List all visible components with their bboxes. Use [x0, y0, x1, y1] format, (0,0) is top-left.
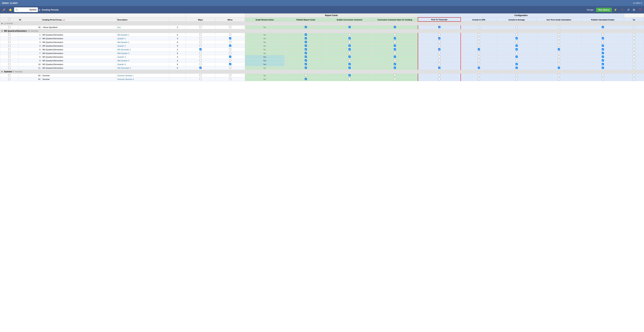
post-to-transcript-cell[interactable] — [418, 37, 461, 40]
major-cell[interactable] — [186, 59, 215, 62]
su-cell[interactable] — [624, 40, 644, 44]
description-link[interactable]: Summer Session I — [118, 75, 133, 77]
minor-cell[interactable] — [215, 40, 245, 44]
home-icon[interactable]: 🚀 — [1, 7, 7, 12]
publish-calculated-grades-cell[interactable] — [581, 59, 624, 62]
su-cell[interactable] — [624, 44, 644, 48]
su-cell[interactable] — [624, 55, 644, 59]
publish-calculated-grades-cell[interactable] — [581, 77, 624, 81]
design-button[interactable]: Design — [586, 8, 595, 12]
post-to-transcript-cell[interactable] — [418, 48, 461, 51]
group-row[interactable]: ▼ (1 record) — [0, 21, 644, 25]
major-cell[interactable] — [186, 77, 215, 81]
row-select-cell[interactable] — [0, 40, 18, 44]
include-in-gpa-cell[interactable] — [461, 77, 497, 81]
description-cell[interactable]: MS Semester 2 — [116, 66, 169, 70]
curriculum-comment-open-for-grading-cell[interactable] — [372, 48, 418, 51]
include-in-average-cell[interactable] — [497, 33, 536, 37]
use-term-grade-calculation-cell[interactable] — [536, 62, 581, 66]
include-in-gpa-cell[interactable] — [461, 48, 497, 51]
curriculum-comment-open-for-grading-cell[interactable] — [372, 77, 418, 81]
publish-report-cards-cell[interactable] — [284, 66, 327, 70]
su-cell[interactable] — [624, 37, 644, 40]
row-select-cell[interactable] — [0, 74, 18, 77]
run-query-button[interactable]: Run Query — [596, 8, 612, 12]
description-link[interactable]: Summer Session II — [118, 78, 134, 80]
minor-cell[interactable] — [215, 59, 245, 62]
description-link[interactable]: MS Semester 2 — [118, 67, 131, 69]
enable-curriculum-comment-cell[interactable] — [327, 62, 372, 66]
publish-calculated-grades-cell[interactable] — [581, 62, 624, 66]
minor-cell[interactable] — [215, 48, 245, 51]
publish-report-cards-cell[interactable] — [284, 44, 327, 48]
use-term-grade-calculation-cell[interactable] — [536, 66, 581, 70]
publish-report-cards-cell[interactable] — [284, 62, 327, 66]
description-cell[interactable]: Quarter 4 — [116, 62, 169, 66]
enable-curriculum-comment-cell[interactable] — [327, 59, 372, 62]
description-link[interactable]: MS Semester 1 — [118, 49, 131, 51]
description-link[interactable]: Mid Quarter 1 — [118, 34, 129, 36]
major-cell[interactable] — [186, 62, 215, 66]
enable-curriculum-comment-cell[interactable] — [327, 44, 372, 48]
major-cell[interactable] — [186, 25, 215, 29]
minor-cell[interactable] — [215, 33, 245, 37]
curriculum-comment-open-for-grading-cell[interactable] — [372, 59, 418, 62]
su-cell[interactable] — [624, 51, 644, 55]
row-select-cell[interactable] — [0, 33, 18, 37]
use-term-grade-calculation-cell[interactable] — [536, 48, 581, 51]
include-in-average-cell[interactable] — [497, 55, 536, 59]
publish-calculated-grades-cell[interactable] — [581, 74, 624, 77]
enable-curriculum-comment-cell[interactable] — [327, 74, 372, 77]
enable-curriculum-comment-cell[interactable] — [327, 77, 372, 81]
post-to-transcript-cell[interactable] — [418, 62, 461, 66]
post-to-transcript-cell[interactable] — [418, 33, 461, 37]
enable-curriculum-comment-cell[interactable] — [327, 37, 372, 40]
include-in-gpa-cell[interactable] — [461, 25, 497, 29]
description-link[interactable]: Quarter 1 — [118, 37, 126, 39]
include-in-gpa-cell[interactable] — [461, 51, 497, 55]
major-cell[interactable] — [186, 44, 215, 48]
curriculum-comment-open-for-grading-cell[interactable] — [372, 74, 418, 77]
curriculum-comment-open-for-grading-cell[interactable] — [372, 37, 418, 40]
include-in-gpa-cell[interactable] — [461, 33, 497, 37]
enable-curriculum-comment-cell[interactable] — [327, 33, 372, 37]
enable-curriculum-comment-cell[interactable] — [327, 25, 372, 29]
publish-report-cards-cell[interactable] — [284, 37, 327, 40]
publish-report-cards-cell[interactable] — [284, 74, 327, 77]
use-term-grade-calculation-cell[interactable] — [536, 33, 581, 37]
minor-cell[interactable] — [215, 25, 245, 29]
publish-report-cards-cell[interactable] — [284, 25, 327, 29]
include-in-gpa-cell[interactable] — [461, 59, 497, 62]
publish-report-cards-cell[interactable] — [284, 59, 327, 62]
major-cell[interactable] — [186, 37, 215, 40]
post-to-transcript-cell[interactable] — [418, 55, 461, 59]
row-select-cell[interactable] — [0, 25, 18, 29]
include-in-average-cell[interactable] — [497, 37, 536, 40]
include-in-average-cell[interactable] — [497, 25, 536, 29]
col-header-select-all[interactable] — [0, 17, 18, 21]
use-term-grade-calculation-cell[interactable] — [536, 37, 581, 40]
description-link[interactable]: ALL — [118, 26, 121, 28]
use-term-grade-calculation-cell[interactable] — [536, 40, 581, 44]
row-select-cell[interactable] — [0, 37, 18, 40]
favorites-icon[interactable]: ⭐ — [8, 7, 13, 12]
description-link[interactable]: Quarter 4 — [118, 63, 126, 65]
include-in-average-cell[interactable] — [497, 77, 536, 81]
use-term-grade-calculation-cell[interactable] — [536, 44, 581, 48]
post-to-transcript-cell[interactable] — [418, 66, 461, 70]
table-wrapper[interactable]: Report Cards Configuration ID Grading Pe… — [0, 13, 644, 332]
su-cell[interactable] — [624, 77, 644, 81]
row-select-cell[interactable] — [0, 62, 18, 66]
publish-calculated-grades-cell[interactable] — [581, 48, 624, 51]
publish-calculated-grades-cell[interactable] — [581, 66, 624, 70]
use-term-grade-calculation-cell[interactable] — [536, 77, 581, 81]
group-row[interactable]: ▼ MS Quarters/Semesters (10 records) — [0, 29, 644, 33]
description-link[interactable]: Quarter 2 — [118, 45, 126, 47]
include-in-gpa-cell[interactable] — [461, 66, 497, 70]
post-to-transcript-cell[interactable] — [418, 40, 461, 44]
description-cell[interactable]: MS Semester 1 — [116, 48, 169, 51]
curriculum-comment-open-for-grading-cell[interactable] — [372, 25, 418, 29]
search-input[interactable] — [18, 8, 29, 11]
post-to-transcript-cell[interactable] — [418, 51, 461, 55]
publish-calculated-grades-cell[interactable] — [581, 33, 624, 37]
